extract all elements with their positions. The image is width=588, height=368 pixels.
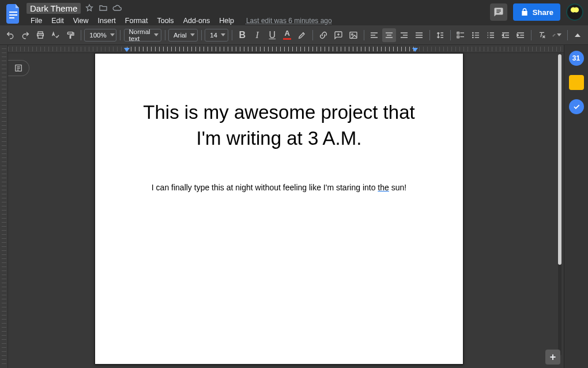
tasks-icon[interactable] (569, 99, 584, 114)
svg-point-11 (472, 34, 474, 36)
comments-icon[interactable] (490, 3, 507, 21)
menu-file[interactable]: File (27, 16, 46, 26)
menu-view[interactable]: View (69, 16, 93, 26)
spellcheck-icon[interactable] (48, 28, 62, 42)
share-button[interactable]: Share (513, 3, 560, 21)
redo-icon[interactable] (18, 28, 32, 42)
svg-rect-1 (9, 14, 17, 16)
spellcheck-underline[interactable]: the (378, 183, 389, 192)
undo-icon[interactable] (3, 28, 17, 42)
scrollbar-thumb[interactable] (558, 54, 561, 265)
insert-link-icon[interactable] (316, 28, 330, 42)
indent-marker-right-icon[interactable] (412, 48, 418, 52)
explore-button-icon[interactable]: + (545, 350, 560, 365)
title-row: Dark Theme (27, 2, 332, 14)
vertical-ruler[interactable] (0, 45, 8, 368)
title-column: Dark Theme File Edit View Insert Format … (27, 1, 332, 27)
numbered-list-icon[interactable] (484, 28, 497, 42)
add-comment-icon[interactable] (331, 28, 345, 42)
menu-help[interactable]: Help (215, 16, 238, 26)
body-text-pre: I can finally type this at night without… (152, 183, 378, 192)
horizontal-ruler[interactable] (8, 45, 564, 53)
docs-logo-icon[interactable] (5, 2, 23, 25)
print-icon[interactable] (33, 28, 47, 42)
font-family-value: Arial (174, 32, 187, 39)
menu-tools[interactable]: Tools (153, 16, 178, 26)
outline-toggle-icon[interactable] (8, 60, 29, 76)
side-panel: 31 (564, 45, 588, 368)
editing-mode-icon[interactable] (550, 28, 564, 42)
highlight-color-icon[interactable] (295, 28, 309, 42)
title-bar: Dark Theme File Edit View Insert Format … (0, 0, 588, 25)
indent-marker-left-icon[interactable] (124, 48, 130, 52)
increase-indent-icon[interactable] (514, 28, 527, 42)
keep-icon[interactable] (569, 75, 584, 90)
align-left-icon[interactable] (367, 28, 381, 42)
paint-format-icon[interactable] (63, 28, 77, 42)
star-icon[interactable] (84, 3, 95, 13)
font-size-value: 14 (210, 32, 217, 39)
toolbar: 100% Normal text Arial 14 B I U A (0, 25, 588, 45)
svg-rect-5 (350, 32, 357, 38)
insert-image-icon[interactable] (346, 28, 360, 42)
cloud-saved-icon (112, 3, 122, 13)
body-text-post: sun! (389, 183, 406, 192)
menu-bar: File Edit View Insert Format Tools Add-o… (27, 15, 332, 27)
align-right-icon[interactable] (397, 28, 411, 42)
svg-rect-7 (457, 32, 459, 33)
title-bar-right: Share (490, 3, 583, 21)
calendar-icon[interactable]: 31 (569, 51, 584, 66)
zoom-value: 100% (89, 32, 106, 39)
decrease-indent-icon[interactable] (499, 28, 512, 42)
collapse-toolbar-icon[interactable] (571, 28, 585, 42)
menu-format[interactable]: Format (121, 16, 152, 26)
svg-point-13 (472, 36, 474, 38)
svg-rect-14 (475, 37, 479, 37)
checklist-icon[interactable] (454, 28, 468, 42)
font-family-select[interactable]: Arial (168, 29, 198, 42)
svg-point-6 (351, 33, 353, 35)
svg-rect-12 (475, 35, 479, 35)
workspace: This is my awesome project that I'm writ… (0, 45, 588, 368)
font-size-select[interactable]: 14 (205, 29, 228, 42)
line-spacing-icon[interactable] (433, 28, 447, 42)
account-avatar[interactable] (566, 3, 583, 21)
move-icon[interactable] (98, 3, 108, 13)
document-heading[interactable]: This is my awesome project that I'm writ… (135, 100, 423, 151)
clear-formatting-icon[interactable] (535, 28, 549, 42)
document-body[interactable]: I can finally type this at night without… (135, 183, 423, 192)
align-justify-icon[interactable] (412, 28, 426, 42)
paragraph-style-select[interactable]: Normal text (124, 29, 161, 42)
svg-rect-8 (457, 36, 459, 37)
zoom-select[interactable]: 100% (84, 29, 116, 42)
share-button-label: Share (533, 8, 553, 17)
document-area: This is my awesome project that I'm writ… (8, 45, 564, 368)
italic-icon[interactable]: I (250, 28, 264, 42)
menu-insert[interactable]: Insert (94, 16, 120, 26)
menu-edit[interactable]: Edit (47, 16, 68, 26)
svg-rect-0 (9, 12, 17, 13)
document-title[interactable]: Dark Theme (27, 3, 81, 14)
align-center-icon[interactable] (382, 28, 396, 42)
underline-icon[interactable]: U (265, 28, 279, 42)
document-page[interactable]: This is my awesome project that I'm writ… (95, 53, 463, 365)
text-color-icon[interactable]: A (280, 28, 294, 42)
lock-icon (520, 7, 529, 17)
svg-rect-2 (9, 17, 14, 18)
last-edit-link[interactable]: Last edit was 6 minutes ago (246, 17, 332, 25)
svg-rect-4 (38, 35, 43, 38)
menu-addons[interactable]: Add-ons (179, 16, 214, 26)
bulleted-list-icon[interactable] (469, 28, 483, 42)
paragraph-style-value: Normal text (129, 28, 150, 42)
vertical-scrollbar[interactable] (558, 54, 561, 355)
svg-rect-10 (475, 32, 479, 33)
svg-point-9 (472, 32, 474, 33)
bold-icon[interactable]: B (235, 28, 249, 42)
